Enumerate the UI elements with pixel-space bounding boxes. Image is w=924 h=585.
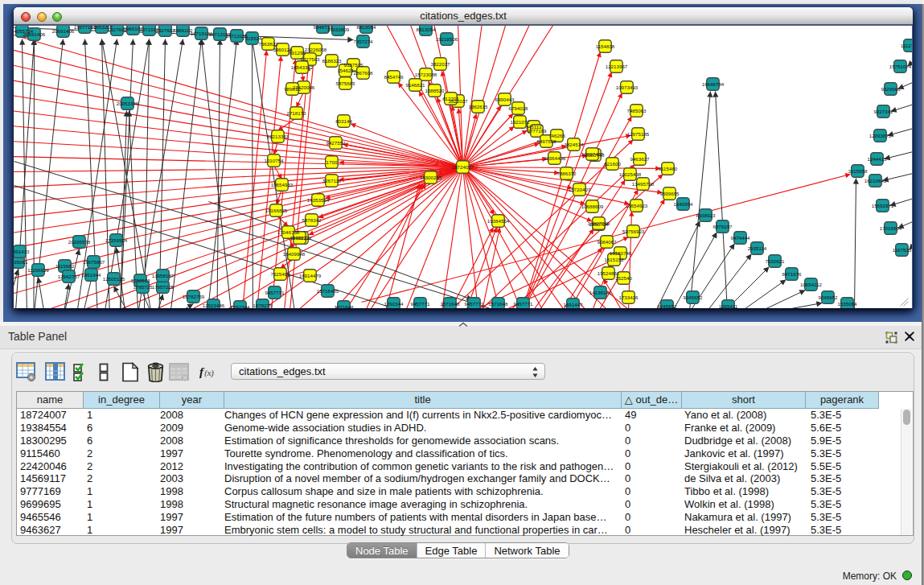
svg-text:5878342: 5878342 xyxy=(302,217,322,223)
svg-text:1010754: 1010754 xyxy=(264,158,284,163)
svg-text:16782759: 16782759 xyxy=(183,294,205,299)
svg-text:3267110: 3267110 xyxy=(322,178,342,183)
svg-text:20691406: 20691406 xyxy=(23,31,46,37)
svg-text:11156829: 11156829 xyxy=(27,267,49,273)
svg-text:14353594: 14353594 xyxy=(307,197,330,203)
svg-text:19975867: 19975867 xyxy=(83,259,105,265)
svg-text:12093873: 12093873 xyxy=(869,133,892,138)
svg-text:9227342: 9227342 xyxy=(873,109,893,114)
svg-text:6497568: 6497568 xyxy=(536,138,556,144)
svg-text:3824514: 3824514 xyxy=(564,142,584,147)
svg-text:6879197: 6879197 xyxy=(713,224,733,229)
svg-text:1535064: 1535064 xyxy=(837,301,857,307)
svg-text:15751074: 15751074 xyxy=(889,64,912,69)
svg-text:15692971: 15692971 xyxy=(872,203,894,208)
svg-text:16648784: 16648784 xyxy=(702,81,725,87)
svg-text:9329966: 9329966 xyxy=(881,86,901,92)
svg-text:9245652: 9245652 xyxy=(818,295,838,300)
svg-text:252540: 252540 xyxy=(615,275,632,281)
svg-text:10688609: 10688609 xyxy=(581,204,604,209)
svg-text:19654933: 19654933 xyxy=(271,182,294,187)
svg-text:1571648: 1571648 xyxy=(488,301,508,307)
svg-text:9245652: 9245652 xyxy=(683,295,703,300)
svg-text:1435061: 1435061 xyxy=(14,259,28,265)
svg-text:15723088: 15723088 xyxy=(415,72,437,77)
svg-text:7625402: 7625402 xyxy=(270,271,290,277)
svg-text:1362615: 1362615 xyxy=(468,104,488,109)
svg-text:6990443: 6990443 xyxy=(495,97,515,102)
svg-text:17046738: 17046738 xyxy=(277,229,300,235)
svg-text:8938923: 8938923 xyxy=(696,212,716,218)
svg-text:1327602: 1327602 xyxy=(155,27,175,33)
svg-text:20364436: 20364436 xyxy=(544,155,566,161)
svg-text:154621: 154621 xyxy=(337,68,354,73)
svg-text:18724007: 18724007 xyxy=(452,164,474,170)
svg-text:17016504: 17016504 xyxy=(880,225,902,231)
svg-text:1167533: 1167533 xyxy=(893,247,912,253)
svg-text:16210643: 16210643 xyxy=(864,178,887,183)
svg-text:8454749: 8454749 xyxy=(384,74,404,80)
svg-text:812201: 812201 xyxy=(442,96,459,101)
svg-text:621600: 621600 xyxy=(604,161,621,167)
svg-text:7886372: 7886372 xyxy=(556,171,577,176)
svg-text:8186323: 8186323 xyxy=(322,58,342,64)
svg-text:7357274: 7357274 xyxy=(353,39,373,44)
svg-text:12213363: 12213363 xyxy=(267,134,290,139)
svg-text:13958187: 13958187 xyxy=(152,273,175,278)
svg-text:16033809: 16033809 xyxy=(327,27,350,32)
svg-text:1640954: 1640954 xyxy=(673,201,693,207)
svg-text:9115460: 9115460 xyxy=(659,166,678,171)
svg-text:1700: 1700 xyxy=(326,159,338,165)
svg-text:7515524: 7515524 xyxy=(242,35,262,41)
svg-text:14138141: 14138141 xyxy=(589,290,612,295)
svg-text:7485063: 7485063 xyxy=(626,108,647,113)
svg-text:8471676: 8471676 xyxy=(782,271,802,277)
svg-text:13495798: 13495798 xyxy=(632,181,655,187)
svg-text:6794028: 6794028 xyxy=(508,105,528,111)
svg-text:1733426: 1733426 xyxy=(618,295,639,300)
svg-text:18300295: 18300295 xyxy=(420,175,442,180)
svg-text:1571648: 1571648 xyxy=(334,304,354,309)
svg-text:10654112: 10654112 xyxy=(800,282,823,287)
svg-text:16543362: 16543362 xyxy=(291,64,314,70)
svg-text:1065411: 1065411 xyxy=(719,303,738,309)
svg-text:19166825: 19166825 xyxy=(265,208,288,213)
svg-text:9474444: 9474444 xyxy=(730,235,750,241)
svg-text:12942757: 12942757 xyxy=(58,274,80,279)
svg-text:20691406: 20691406 xyxy=(52,28,75,34)
svg-text:9327503: 9327503 xyxy=(300,56,320,62)
svg-text:1250513: 1250513 xyxy=(130,278,150,283)
svg-text:989012: 989012 xyxy=(284,86,301,92)
svg-text:9699695: 9699695 xyxy=(659,191,680,196)
svg-text:2935114: 2935114 xyxy=(748,245,767,251)
svg-text:2867608: 2867608 xyxy=(353,70,373,76)
svg-text:3215958: 3215958 xyxy=(848,168,868,174)
svg-text:9457771: 9457771 xyxy=(513,301,533,307)
svg-text:1115682: 1115682 xyxy=(55,263,75,269)
svg-text:2718170: 2718170 xyxy=(286,110,306,116)
svg-text:19218506: 19218506 xyxy=(436,36,458,42)
svg-text:18807249: 18807249 xyxy=(588,220,610,226)
svg-text:19384554: 19384554 xyxy=(487,218,510,224)
svg-text:(x): (x) xyxy=(204,369,214,378)
svg-text:12923446: 12923446 xyxy=(203,303,225,308)
svg-text:10025438: 10025438 xyxy=(619,171,642,177)
svg-text:20206578: 20206578 xyxy=(68,239,91,245)
svg-text:15720407: 15720407 xyxy=(569,187,591,192)
svg-text:1244415: 1244415 xyxy=(867,156,887,162)
svg-text:1292344: 1292344 xyxy=(384,301,404,307)
svg-text:9457771: 9457771 xyxy=(464,301,484,307)
svg-text:1691447: 1691447 xyxy=(563,302,583,307)
svg-text:10807487: 10807487 xyxy=(581,151,604,157)
svg-text:9457771: 9457771 xyxy=(265,290,285,295)
svg-text:9327505: 9327505 xyxy=(343,62,363,68)
svg-text:9084067: 9084067 xyxy=(597,239,617,245)
svg-text:17957225: 17957225 xyxy=(152,284,175,290)
svg-text:1615152: 1615152 xyxy=(604,257,624,262)
svg-text:3498222: 3498222 xyxy=(290,235,310,241)
svg-text:8813054: 8813054 xyxy=(356,26,376,30)
svg-text:10973493: 10973493 xyxy=(616,84,639,90)
svg-text:3822037: 3822037 xyxy=(430,61,450,67)
svg-text:1795725: 1795725 xyxy=(133,284,153,290)
svg-text:1292344: 1292344 xyxy=(230,304,250,309)
